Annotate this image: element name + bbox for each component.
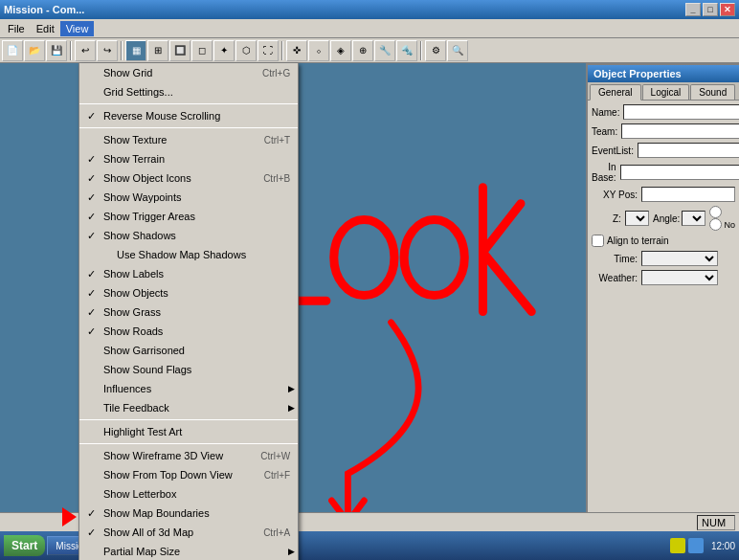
toolbar-btn5[interactable]: 🔲 [169,40,190,61]
menu-row-partial-map[interactable]: Partial Map Size ▶ [79,542,298,560]
menu-row-map-boundaries[interactable]: ✓ Show Map Boundaries [79,504,298,523]
toolbar-btn14[interactable]: 🔧 [374,40,395,61]
toolbar-btn12[interactable]: ◈ [330,40,351,61]
menu-row-show-grass[interactable]: ✓ Show Grass [79,302,298,322]
toolbar-btn8[interactable]: ⬡ [235,40,257,61]
window-controls: _ □ ✕ [685,3,735,16]
toolbar-btn11[interactable]: ⬦ [308,40,329,61]
start-button[interactable]: Start [4,535,45,556]
align-terrain-checkbox[interactable] [592,235,604,247]
label-shadow-map: Use Shadow Map Shadows [103,247,250,262]
menu-row-show-shadows[interactable]: ✓ Show Shadows [79,226,298,245]
toolbar-btn15[interactable]: 🔩 [396,40,417,61]
menu-row-all-3d-map[interactable]: ✓ Show All of 3d Map Ctrl+A [79,523,298,542]
menu-item-edit[interactable]: Edit [31,21,60,36]
panel-body: Name: Team: EventList: In Base: XY Pos: … [588,101,739,293]
menu-row-show-labels[interactable]: ✓ Show Labels [79,264,298,283]
menu-row-top-down[interactable]: Show From Top Down View Ctrl+F [79,465,298,484]
menu-row-show-terrain[interactable]: ✓ Show Terrain [79,149,298,168]
menu-row-show-garrisoned[interactable]: Show Garrisoned [79,341,298,360]
toolbar-btn16[interactable]: ⚙ [425,40,446,61]
menu-row-tile-feedback[interactable]: Tile Feedback ▶ [79,398,298,417]
menu-row-show-objects[interactable]: ✓ Show Objects [79,283,298,302]
radio-label-2[interactable]: No [709,218,735,231]
menu-row-highlight-test[interactable]: Highlight Test Art [79,422,298,441]
label-wireframe: Show Wireframe 3D View [103,448,250,463]
time-label: Time: [592,254,641,264]
toolbar-save[interactable]: 💾 [46,40,67,61]
label-show-objects: Show Objects [103,285,250,301]
toolbar-redo[interactable]: ↪ [97,40,118,61]
time-select[interactable] [641,251,718,266]
checkmark-all-3d-map: ✓ [79,526,103,539]
panel-tabs: General Logical Sound [588,82,739,101]
toolbar-btn4[interactable]: ⊞ [147,40,168,61]
field-row-xypos: XY Pos: [592,187,735,202]
angle-select[interactable] [682,211,705,226]
tab-logical[interactable]: Logical [642,84,690,100]
toolbar-open[interactable]: 📂 [24,40,45,61]
menu-row-influences[interactable]: Influences ▶ [79,379,298,398]
menu-row-wireframe[interactable]: Show Wireframe 3D View Ctrl+W [79,446,298,465]
separator-4 [79,443,298,444]
menu-item-view[interactable]: View [60,21,95,36]
taskbar-right: 12:00 [670,538,735,553]
checkmark-map-boundaries: ✓ [79,507,103,520]
toolbar-btn17[interactable]: 🔍 [447,40,468,61]
toolbar-btn9[interactable]: ⛶ [258,40,279,61]
label-influences: Influences [103,381,284,396]
arrow-partial-map: ▶ [284,547,298,556]
checkmark-show-grass: ✓ [79,306,103,319]
tab-sound[interactable]: Sound [690,84,735,100]
toolbar-btn7[interactable]: ✦ [213,40,235,61]
panel-title: Object Properties [588,65,739,82]
maximize-button[interactable]: □ [703,3,718,16]
separator-1 [79,103,298,104]
radio-input-1[interactable] [709,206,722,218]
menu-row-show-waypoints[interactable]: ✓ Show Waypoints [79,188,298,207]
shortcut-show-obj-icons: Ctrl+B [250,173,298,184]
menu-row-show-texture[interactable]: Show Texture Ctrl+T [79,130,298,149]
arrow-influences: ▶ [284,384,298,393]
team-input[interactable] [621,123,739,139]
menu-row-show-trigger[interactable]: ✓ Show Trigger Areas [79,207,298,226]
xypos-input[interactable] [641,187,735,202]
align-terrain-label: Align to terrain [607,235,668,246]
z-select[interactable] [625,211,649,226]
label-show-grass: Show Grass [103,304,250,320]
menu-row-show-sound-flags[interactable]: Show Sound Flags [79,360,298,379]
field-row-time: Time: [592,251,735,266]
toolbar-new[interactable]: 📄 [2,40,23,61]
toolbar-sep1 [70,41,72,60]
label-show-texture: Show Texture [103,132,250,147]
field-row-inbase: In Base: [592,162,735,183]
menu-row-shadow-map[interactable]: Use Shadow Map Shadows [79,245,298,264]
menu-row-show-obj-icons[interactable]: ✓ Show Object Icons Ctrl+B [79,168,298,188]
label-all-3d-map: Show All of 3d Map [103,525,250,540]
toolbar-btn3[interactable]: ▦ [125,40,146,61]
tab-general[interactable]: General [590,84,641,101]
menu-row-show-roads[interactable]: ✓ Show Roads [79,322,298,341]
toolbar-btn13[interactable]: ⊕ [352,40,373,61]
toolbar-btn10[interactable]: ✜ [286,40,307,61]
checkmark-show-objects: ✓ [79,287,103,300]
checkmark-show-obj-icons: ✓ [79,172,103,185]
menu-row-grid-settings[interactable]: Grid Settings... [79,82,298,101]
toolbar-btn6[interactable]: ◻ [191,40,213,61]
inbase-input[interactable] [620,165,739,180]
main-area: Show Grid Ctrl+G Grid Settings... ✓ Reve… [0,63,739,560]
radio-input-2[interactable] [709,218,722,231]
menu-item-file[interactable]: File [2,21,31,36]
menu-row-letterbox[interactable]: Show Letterbox [79,484,298,504]
label-grid-settings: Grid Settings... [103,84,250,100]
minimize-button[interactable]: _ [685,3,701,16]
name-input[interactable] [623,104,739,120]
radio-label-1[interactable] [709,206,735,218]
properties-panel: Object Properties General Logical Sound … [586,63,739,531]
eventlist-input[interactable] [638,143,739,158]
menu-row-show-grid[interactable]: Show Grid Ctrl+G [79,63,298,82]
menu-row-reverse-scroll[interactable]: ✓ Reverse Mouse Scrolling [79,106,298,125]
close-button[interactable]: ✕ [720,3,735,16]
toolbar-undo[interactable]: ↩ [75,40,96,61]
weather-select[interactable] [641,270,718,285]
